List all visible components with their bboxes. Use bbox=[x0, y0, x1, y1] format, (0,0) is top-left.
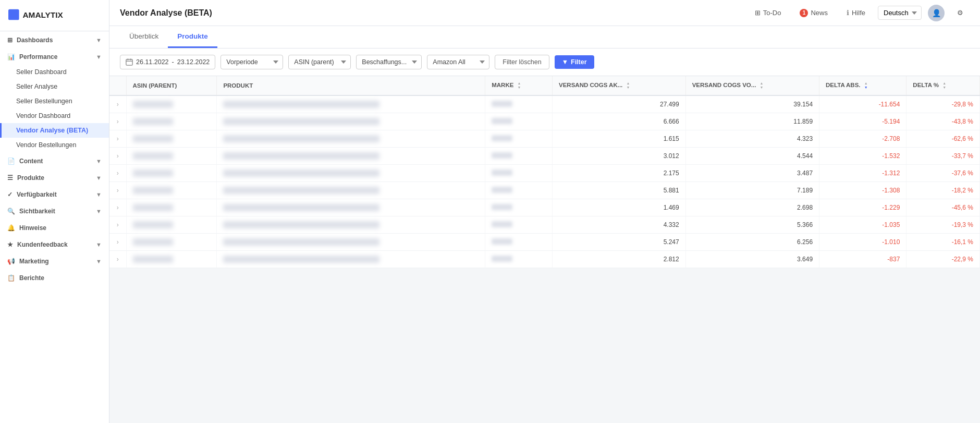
sidebar-sichtbarkeit-label: Sichtbarkeit bbox=[19, 208, 55, 215]
sidebar-section-sichtbarkeit: 🔍 Sichtbarkeit ▼ bbox=[0, 202, 109, 219]
row-expand-button[interactable]: › bbox=[109, 95, 126, 113]
row-expand-button[interactable]: › bbox=[109, 234, 126, 251]
cell-produkt: Product Name Blurred Text Here Long bbox=[217, 199, 485, 216]
cell-delta-pct: -18,2 % bbox=[906, 182, 980, 199]
news-button[interactable]: 1 News bbox=[793, 6, 834, 20]
table-row: ›B00XXXXXXXProduct Name Blurred Text Her… bbox=[109, 130, 980, 148]
cell-marke: Brand bbox=[485, 148, 553, 165]
sidebar-item-label: Vendor Analyse (BETA) bbox=[16, 127, 88, 134]
chevron-sichtbarkeit-icon: ▼ bbox=[96, 208, 102, 214]
cell-delta-abs: -2.708 bbox=[819, 130, 906, 148]
sidebar-header-content[interactable]: 📄 Content ▼ bbox=[0, 152, 109, 169]
cell-asin: B00XXXXXXX bbox=[126, 234, 217, 251]
table-row: ›B00XXXXXXXProduct Name Blurred Text Her… bbox=[109, 165, 980, 182]
sidebar-item-seller-dashboard[interactable]: Seller Dashboard bbox=[0, 65, 109, 79]
tab-uberblick[interactable]: Überblick bbox=[120, 26, 168, 48]
col-versand-vor[interactable]: VERSAND COGS VO... ▲▼ bbox=[685, 76, 819, 95]
language-select[interactable]: Deutsch English bbox=[878, 6, 922, 20]
cell-versand-akt: 4.332 bbox=[553, 216, 686, 234]
hilfe-icon: ℹ bbox=[847, 9, 849, 17]
cell-delta-pct: -45,6 % bbox=[906, 199, 980, 216]
filter-clear-button[interactable]: Filter löschen bbox=[495, 55, 549, 69]
table-header-row: ASIN (PARENT) PRODUKT MARKE ▲▼ VERSAND C… bbox=[109, 76, 980, 95]
cell-marke: Brand bbox=[485, 251, 553, 268]
tab-produkte[interactable]: Produkte bbox=[168, 26, 217, 48]
sidebar-section-berichte: 📋 Berichte bbox=[0, 269, 109, 286]
sort-versand-akt-icon: ▲▼ bbox=[626, 81, 630, 90]
row-expand-button[interactable]: › bbox=[109, 199, 126, 216]
sidebar-item-seller-analyse[interactable]: Seller Analyse bbox=[0, 79, 109, 94]
row-expand-button[interactable]: › bbox=[109, 216, 126, 234]
data-table-container: ASIN (PARENT) PRODUKT MARKE ▲▼ VERSAND C… bbox=[109, 76, 980, 423]
sidebar-header-berichte[interactable]: 📋 Berichte bbox=[0, 269, 109, 286]
sidebar-header-produkte[interactable]: ☰ Produkte ▼ bbox=[0, 169, 109, 186]
sidebar-header-performance[interactable]: 📊 Performance ▼ bbox=[0, 48, 109, 65]
sidebar-item-vendor-bestellungen[interactable]: Vendor Bestellungen bbox=[0, 138, 109, 152]
cell-delta-pct: -43,8 % bbox=[906, 113, 980, 130]
table-row: ›B00XXXXXXXProduct Name Blurred Text Her… bbox=[109, 113, 980, 130]
sidebar-item-label: Seller Bestellungen bbox=[16, 98, 72, 105]
cell-delta-abs: -1.312 bbox=[819, 165, 906, 182]
beschaffung-select[interactable]: Beschaffungs... bbox=[356, 55, 422, 69]
row-expand-button[interactable]: › bbox=[109, 165, 126, 182]
cell-versand-vor: 5.366 bbox=[685, 216, 819, 234]
date-range-picker[interactable]: 26.11.2022 - 23.12.2022 bbox=[120, 55, 215, 69]
user-avatar[interactable]: 👤 bbox=[928, 5, 945, 21]
sidebar-header-verfugbarkeit[interactable]: ✓ Verfügbarkeit ▼ bbox=[0, 186, 109, 202]
col-produkt-label: PRODUKT bbox=[223, 82, 253, 89]
row-expand-button[interactable]: › bbox=[109, 182, 126, 199]
sidebar-item-vendor-dashboard[interactable]: Vendor Dashboard bbox=[0, 108, 109, 123]
col-versand-akt[interactable]: VERSAND COGS AK... ▲▼ bbox=[553, 76, 686, 95]
sidebar-header-hinweise[interactable]: 🔔 Hinweise bbox=[0, 219, 109, 236]
tab-produkte-label: Produkte bbox=[177, 32, 208, 40]
sidebar-section-performance: 📊 Performance ▼ Seller Dashboard Seller … bbox=[0, 48, 109, 152]
report-icon: 📋 bbox=[7, 274, 15, 282]
sidebar-item-label: Vendor Bestellungen bbox=[16, 141, 76, 149]
hilfe-label: Hilfe bbox=[852, 9, 865, 17]
amazon-select[interactable]: Amazon All bbox=[427, 55, 489, 69]
cell-versand-vor: 6.256 bbox=[685, 234, 819, 251]
filter-button[interactable]: ▼ Filter bbox=[555, 55, 594, 69]
settings-button[interactable]: ⚙ bbox=[951, 6, 970, 20]
sidebar-header-sichtbarkeit[interactable]: 🔍 Sichtbarkeit ▼ bbox=[0, 202, 109, 219]
cell-delta-abs: -837 bbox=[819, 251, 906, 268]
topbar: Vendor Analyse (BETA) ⊞ To-Do 1 News ℹ H… bbox=[109, 0, 980, 26]
period-select[interactable]: Vorperiode bbox=[220, 55, 283, 69]
cell-versand-vor: 2.698 bbox=[685, 199, 819, 216]
sidebar-item-seller-bestellungen[interactable]: Seller Bestellungen bbox=[0, 94, 109, 108]
cell-asin: B00XXXXXXX bbox=[126, 216, 217, 234]
svg-rect-0 bbox=[8, 9, 19, 20]
col-versand-akt-label: VERSAND COGS AK... bbox=[559, 82, 622, 88]
table-row: ›B00XXXXXXXProduct Name Blurred Text Her… bbox=[109, 216, 980, 234]
asin-select[interactable]: ASIN (parent) bbox=[288, 55, 351, 69]
cell-versand-akt: 2.175 bbox=[553, 165, 686, 182]
chevron-content-icon: ▼ bbox=[96, 158, 102, 164]
sidebar-header-kundenfeedback[interactable]: ★ Kundenfeedback ▼ bbox=[0, 236, 109, 252]
sidebar-header-dashboards[interactable]: ⊞ Dashboards ▼ bbox=[0, 31, 109, 48]
cell-delta-pct: -22,9 % bbox=[906, 251, 980, 268]
col-delta-pct[interactable]: DELTA % ▲▼ bbox=[906, 76, 980, 95]
cell-produkt: Product Name Blurred Text Here Long bbox=[217, 182, 485, 199]
hilfe-button[interactable]: ℹ Hilfe bbox=[840, 6, 872, 20]
cell-versand-akt: 3.012 bbox=[553, 148, 686, 165]
sidebar-header-marketing[interactable]: 📢 Marketing ▼ bbox=[0, 252, 109, 269]
cell-versand-akt: 5.881 bbox=[553, 182, 686, 199]
row-expand-button[interactable]: › bbox=[109, 148, 126, 165]
sidebar-produkte-label: Produkte bbox=[17, 174, 44, 182]
sidebar-verfugbarkeit-label: Verfügbarkeit bbox=[17, 191, 57, 198]
row-expand-button[interactable]: › bbox=[109, 251, 126, 268]
box-icon: ☰ bbox=[7, 174, 13, 182]
sidebar-item-vendor-analyse[interactable]: Vendor Analyse (BETA) bbox=[0, 123, 109, 138]
cell-delta-pct: -19,3 % bbox=[906, 216, 980, 234]
cell-delta-pct: -62,6 % bbox=[906, 130, 980, 148]
row-expand-button[interactable]: › bbox=[109, 130, 126, 148]
col-asin: ASIN (PARENT) bbox=[126, 76, 217, 95]
cell-produkt: Product Name Blurred Text Here Long bbox=[217, 148, 485, 165]
todo-button[interactable]: ⊞ To-Do bbox=[749, 6, 788, 20]
cell-asin: B00XXXXXXX bbox=[126, 113, 217, 130]
col-delta-abs-label: DELTA ABS. bbox=[826, 82, 860, 88]
cell-produkt: Product Name Blurred Text Here Long bbox=[217, 95, 485, 113]
col-marke[interactable]: MARKE ▲▼ bbox=[485, 76, 553, 95]
col-delta-abs[interactable]: DELTA ABS. ▲▼ bbox=[819, 76, 906, 95]
row-expand-button[interactable]: › bbox=[109, 113, 126, 130]
